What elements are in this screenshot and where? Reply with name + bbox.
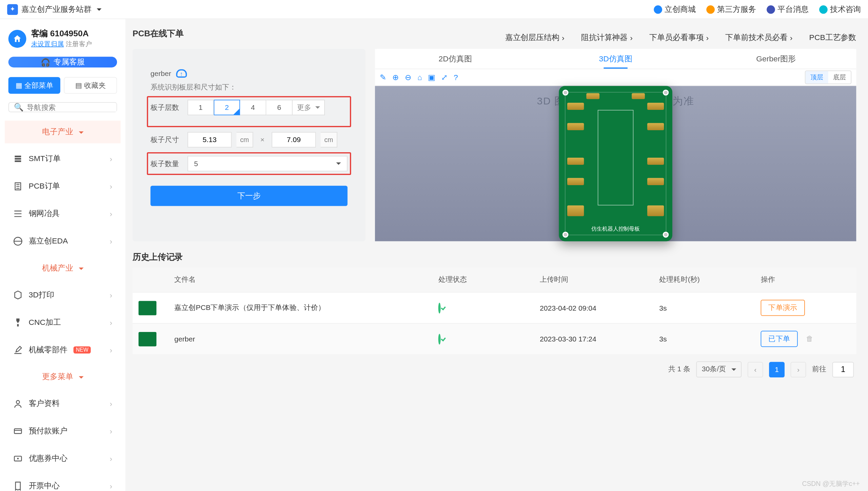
layer-4[interactable]: 4 (240, 100, 266, 115)
status-ok-icon (438, 302, 441, 313)
pager-prev[interactable]: ‹ (748, 361, 763, 377)
qty-select[interactable]: 5 (188, 156, 348, 172)
col-status: 处理状态 (438, 275, 540, 285)
cat-electronics[interactable]: 电子产业 (5, 121, 121, 143)
brand[interactable]: ✦ 嘉立创产业服务站群 (7, 4, 101, 15)
row-layers: 板子层数 1 2 4 6 更多 (151, 100, 348, 115)
zoom-out-icon[interactable]: ⊖ (405, 73, 411, 82)
brand-caret-icon (95, 5, 101, 14)
pager-page-1[interactable]: 1 (769, 361, 785, 377)
home-view-icon[interactable]: ⌂ (417, 73, 422, 82)
unit-cm: cm (321, 132, 337, 148)
toplink-3rd[interactable]: 第三方服务 (706, 4, 756, 15)
pagesize-select[interactable]: 30条/页 (696, 361, 742, 377)
fullscreen-icon[interactable]: ⤢ (441, 73, 448, 82)
toplink-mall[interactable]: 立创商城 (654, 4, 695, 15)
dot-icon (706, 5, 715, 14)
ql-notice[interactable]: 下单员必看事项 › (649, 32, 709, 43)
chevron-down-icon (334, 159, 341, 168)
unit-cm: cm (236, 132, 253, 148)
tab-gerber[interactable]: Gerber图形 (696, 49, 856, 68)
toplink-tech[interactable]: 技术咨询 (819, 4, 861, 15)
nav-coupon[interactable]: 优惠券中心› (5, 447, 121, 470)
cloud-upload-icon[interactable]: ↑ (176, 69, 187, 78)
cat-more[interactable]: 更多菜单 (5, 366, 121, 388)
col-dur: 处理耗时(秒) (659, 275, 761, 285)
row-dur: 3s (659, 335, 761, 343)
row-name: gerber (174, 335, 438, 343)
times-icon: × (258, 136, 267, 144)
delete-icon[interactable]: 🗑 (806, 334, 813, 343)
layer-1[interactable]: 1 (188, 100, 214, 115)
ql-engineer[interactable]: 下单前技术员必看 › (725, 32, 792, 43)
preview-canvas[interactable]: 3D 图仅供参考，具体以实物为准 仿生机器人控制母板 (375, 86, 856, 241)
chevron-right-icon: › (110, 427, 112, 435)
layer-more[interactable]: 更多 (293, 100, 325, 115)
status-ok-icon (438, 334, 441, 345)
customer-block: 客编 6104950A 未设置归属 注册客户 (5, 26, 121, 51)
col-time: 上传时间 (540, 275, 659, 285)
toplink-msg[interactable]: 平台消息 (767, 4, 808, 15)
row-action-ordered[interactable]: 已下单 (761, 331, 798, 347)
new-badge: NEW (74, 346, 91, 353)
row-name: 嘉立创PCB下单演示（仅用于下单体验、计价） (174, 303, 438, 313)
chevron-right-icon: › (110, 154, 112, 163)
history-title: 历史上传记录 (133, 252, 856, 263)
chevron-down-icon (77, 263, 83, 272)
layer-bottom[interactable]: 底层 (828, 71, 851, 84)
vip-service-button[interactable]: 🎧专属客服 (8, 57, 117, 67)
grid-icon: ▦ (16, 81, 22, 90)
layer-6[interactable]: 6 (266, 100, 292, 115)
cat-mechanical[interactable]: 机械产业 (5, 257, 121, 279)
qty-label: 板子数量 (151, 159, 183, 169)
layer-2[interactable]: 2 (214, 100, 240, 115)
nav-parts[interactable]: 机械零部件NEW› (5, 338, 121, 362)
nav-smt[interactable]: SMT订单› (5, 147, 121, 171)
ql-impedance[interactable]: 阻抗计算神器 › (581, 32, 633, 43)
customer-id: 客编 6104950A (31, 29, 92, 40)
headset-icon: 🎧 (41, 58, 50, 66)
edit-icon[interactable]: ✎ (380, 73, 386, 82)
tab-2d[interactable]: 2D仿真图 (375, 49, 535, 68)
nav-3dprint[interactable]: 3D打印› (5, 283, 121, 307)
chevron-right-icon: › (110, 209, 112, 218)
nav-search[interactable]: 🔍 (8, 102, 117, 112)
chevron-right-icon: › (110, 182, 112, 191)
thumb-icon (139, 301, 157, 315)
pager-goto-input[interactable] (832, 361, 854, 377)
nav-prepay[interactable]: 预付款账户› (5, 419, 121, 443)
layer-top[interactable]: 顶层 (806, 71, 828, 84)
table-row: gerber 2023-03-30 17:24 3s 已下单🗑 (133, 323, 856, 354)
chevron-right-icon: › (110, 346, 112, 354)
ql-stackup[interactable]: 嘉立创层压结构 › (505, 32, 565, 43)
nav-eda[interactable]: 嘉立创EDA› (5, 229, 121, 253)
nav-profile[interactable]: 客户资料› (5, 392, 121, 415)
size-height-input[interactable] (272, 132, 316, 148)
row-action-demo[interactable]: 下单演示 (761, 300, 805, 316)
customer-owner-link[interactable]: 未设置归属 (31, 40, 64, 47)
topbar: ✦ 嘉立创产业服务站群 立创商城 第三方服务 平台消息 技术咨询 (0, 0, 868, 19)
tab-3d[interactable]: 3D仿真图 (535, 49, 696, 68)
ql-process[interactable]: PCB工艺参数 (809, 32, 856, 43)
row-time: 2023-04-02 09:04 (540, 303, 659, 312)
pager-next[interactable]: › (791, 361, 806, 377)
next-button[interactable]: 下一步 (151, 186, 348, 206)
nav-stencil[interactable]: 钢网冶具› (5, 202, 121, 225)
menu-mode-fav[interactable]: ▤收藏夹 (64, 77, 117, 94)
svg-point-3 (17, 458, 19, 459)
help-icon[interactable]: ? (454, 73, 458, 82)
size-width-input[interactable] (188, 132, 232, 148)
dot-icon (654, 5, 662, 14)
col-action: 操作 (761, 275, 850, 285)
nav-cnc[interactable]: CNC加工› (5, 311, 121, 334)
nav-pcb[interactable]: PCB订单› (5, 174, 121, 198)
home-icon[interactable] (8, 30, 26, 47)
menu-mode-all[interactable]: ▦全部菜单 (8, 77, 60, 94)
fit-icon[interactable]: ▣ (428, 73, 435, 82)
highlight-qty: 板子数量 5 (147, 152, 351, 175)
top-links: 立创商城 第三方服务 平台消息 技术咨询 (654, 4, 861, 15)
zoom-in-icon[interactable]: ⊕ (392, 73, 399, 82)
nav-search-input[interactable] (27, 103, 116, 112)
watermark: CSDN @无脑学c++ (802, 479, 860, 488)
nav-invoice[interactable]: 开票中心› (5, 474, 121, 491)
